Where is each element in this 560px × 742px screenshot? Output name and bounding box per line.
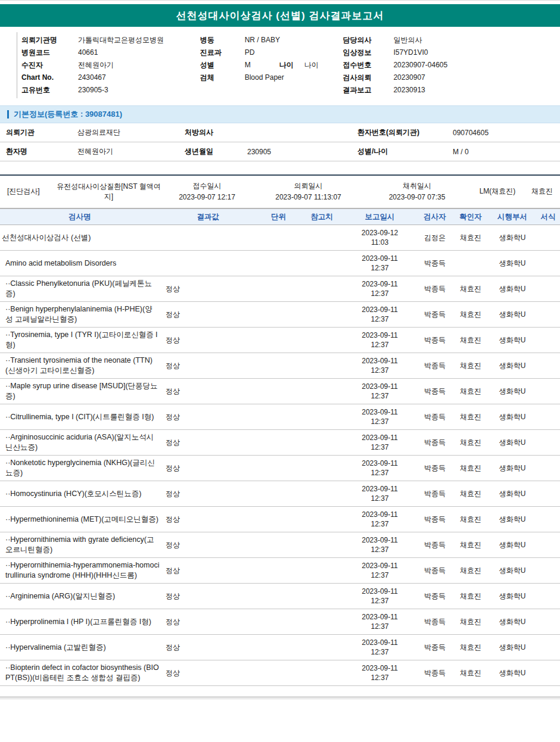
- result-value: 정상: [160, 379, 256, 404]
- field-label: 고유번호: [21, 84, 78, 96]
- reference-range: [301, 225, 343, 251]
- reported-at: 2023-09-12 11:03: [343, 225, 417, 251]
- confirmer: 채효진: [453, 532, 489, 558]
- reference-range: [301, 404, 343, 430]
- field-label: 채취일시: [363, 180, 471, 192]
- field-label: 검사의뢰: [343, 71, 393, 84]
- table-row: ··Tyrosinemia, type I (TYR I)(고타이로신혈증 I형…: [0, 328, 560, 353]
- test-name: ··Classic Phenylketonuria (PKU)(페닐케톤뇨증): [0, 276, 160, 302]
- unit: [256, 532, 301, 558]
- header-info-row: 담당의사일반의사: [343, 34, 560, 46]
- confirmer: 채효진: [453, 276, 489, 302]
- reference-range: [301, 532, 343, 558]
- reference-range: [301, 353, 343, 379]
- result-value: 정상: [160, 609, 256, 635]
- field-value: 나이: [304, 59, 319, 71]
- result-value: 정상: [160, 507, 256, 532]
- diagnosis-tag: [진단검사]: [0, 186, 57, 197]
- confirmer: 채효진: [453, 379, 489, 404]
- test-name: ··Benign hyperphenylalaninemia (H-PHE)(양…: [0, 302, 160, 328]
- test-name: 선천성대사이상검사 (선별): [0, 225, 160, 251]
- form: [536, 584, 560, 609]
- tester: 박종득: [417, 584, 453, 609]
- report-title-bar: 선천성대사이상검사 (선별) 검사결과보고서: [0, 4, 560, 27]
- reference-range: [301, 635, 343, 660]
- department: 생화학U: [489, 584, 536, 609]
- field-value: 가톨릭대학교은평성모병원: [78, 34, 164, 46]
- field-label: Chart No.: [21, 71, 78, 84]
- column-header-6: 확인자: [453, 209, 489, 225]
- reported-at-text: 2023-09-11 12:37: [357, 663, 403, 682]
- tester: 박종득: [417, 660, 453, 686]
- department: 생화학U: [489, 328, 536, 353]
- page-footer-rule: [0, 697, 560, 699]
- table-row: ··Maple syrup urine disease [MSUD](단풍당뇨증…: [0, 379, 560, 404]
- department: 생화학U: [489, 558, 536, 584]
- column-header-3: 참고치: [301, 209, 343, 225]
- field-label: 접수일시: [161, 180, 253, 192]
- department: 생화학U: [489, 660, 536, 686]
- field-label: 환자명: [6, 146, 77, 157]
- column-header-0: 검사명: [0, 209, 160, 225]
- reported-at-text: 2023-09-11 12:37: [357, 356, 403, 375]
- confirmer: 채효진: [453, 353, 489, 379]
- tester: 박종득: [417, 328, 453, 353]
- column-header-1: 결과값: [160, 209, 256, 225]
- unit: [256, 584, 301, 609]
- results-table: 검사명결과값단위참고치보고일시검사자확인자시행부서서식 선천성대사이상검사 (선…: [0, 208, 560, 686]
- form: [536, 660, 560, 686]
- reported-at-text: 2023-09-11 12:37: [357, 638, 403, 657]
- column-header-5: 검사자: [417, 209, 453, 225]
- field-value: Blood Paper: [245, 71, 284, 84]
- reported-at-text: 2023-09-11 12:37: [357, 254, 403, 273]
- table-row: ··Hyperornithinemia with gyrate deficien…: [0, 532, 560, 558]
- field-label: 임상정보: [343, 46, 393, 59]
- confirmer: 채효진: [453, 430, 489, 456]
- tester: 박종득: [417, 558, 453, 584]
- reported-at-text: 2023-09-11 12:37: [357, 382, 403, 401]
- field-value: 2430467: [78, 71, 106, 84]
- header-info-row: 결과보고20230913: [343, 84, 560, 96]
- reported-at-text: 2023-09-11 12:37: [357, 484, 403, 503]
- result-value: 정상: [160, 532, 256, 558]
- department: 생화학U: [489, 430, 536, 456]
- result-value: [160, 251, 256, 276]
- form: [536, 302, 560, 328]
- unit: [256, 507, 301, 532]
- field-value: 090704605: [453, 129, 560, 137]
- collection-confirmer: 채효진: [524, 186, 560, 197]
- form: [536, 456, 560, 481]
- basic-info-title: 기본정보(등록번호 : 39087481): [14, 109, 122, 120]
- tester: 박종득: [417, 609, 453, 635]
- unit: [256, 558, 301, 584]
- reported-at: 2023-09-11 12:37: [343, 635, 417, 660]
- reference-range: [301, 430, 343, 456]
- header-info: 의뢰기관명가톨릭대학교은평성모병원병원코드40661수진자전혜원아기Chart …: [17, 32, 560, 98]
- tester: 박종득: [417, 379, 453, 404]
- field-label: 수진자: [21, 59, 78, 71]
- reported-at: 2023-09-11 12:37: [343, 302, 417, 328]
- form: [536, 430, 560, 456]
- reported-at: 2023-09-11 12:37: [343, 609, 417, 635]
- unit: [256, 456, 301, 481]
- confirmer: 채효진: [453, 609, 489, 635]
- table-row: ··Hyperornithinemia-hyperammonemia-homoc…: [0, 558, 560, 584]
- field-label: 진료과: [200, 46, 245, 59]
- reference-range: [301, 609, 343, 635]
- reported-at: 2023-09-11 12:37: [343, 558, 417, 584]
- table-row: ··Homocystinuria (HCY)(호모시스틴뇨증)정상2023-09…: [0, 481, 560, 507]
- form: [536, 353, 560, 379]
- results-table-body: 선천성대사이상검사 (선별)2023-09-12 11:03김정은채효진생화학U…: [0, 225, 560, 686]
- header-info-row: 수진자전혜원아기: [21, 59, 200, 71]
- field-value: M / 0: [453, 148, 560, 156]
- reference-range: [301, 481, 343, 507]
- form: [536, 276, 560, 302]
- reported-at-text: 2023-09-11 12:37: [357, 279, 403, 298]
- reported-at: 2023-09-11 12:37: [343, 328, 417, 353]
- reported-at-text: 2023-09-11 12:37: [357, 331, 403, 350]
- field-label: 병동: [200, 34, 245, 46]
- request-datetime: 의뢰일시 2023-09-07 11:13:07: [253, 180, 363, 202]
- form: [536, 609, 560, 635]
- department: 생화학U: [489, 609, 536, 635]
- reported-at-text: 2023-09-11 12:37: [357, 612, 403, 631]
